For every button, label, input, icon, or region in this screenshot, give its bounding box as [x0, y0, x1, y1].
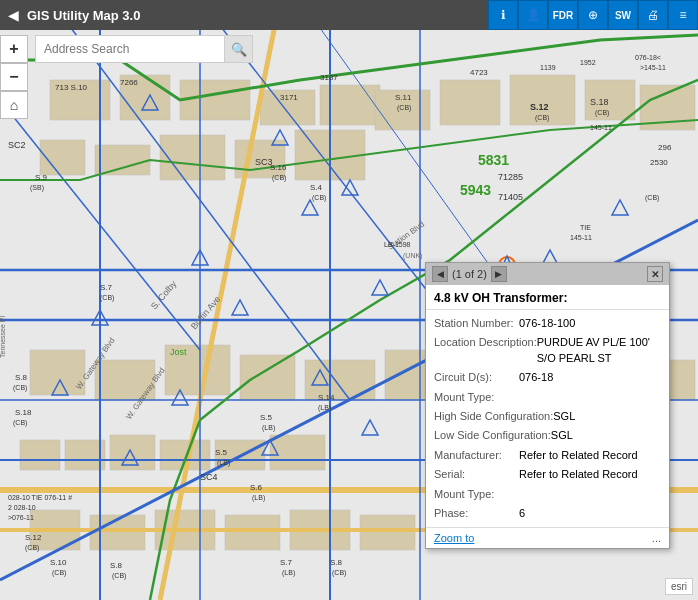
- popup-value-phase: 6: [519, 506, 661, 521]
- svg-rect-19: [240, 355, 295, 400]
- svg-text:S.8: S.8: [110, 561, 123, 570]
- popup-footer: Zoom to ...: [426, 527, 669, 548]
- svg-text:3171: 3171: [280, 93, 298, 102]
- popup-prev-button[interactable]: ◀: [432, 266, 448, 282]
- svg-text:LB-1598: LB-1598: [384, 241, 411, 248]
- svg-text:S.11: S.11: [395, 93, 412, 102]
- svg-text:S.7: S.7: [280, 558, 293, 567]
- popup-field-circuit: Circuit D(s): 076-18: [434, 368, 661, 387]
- sw-button[interactable]: SW: [608, 0, 638, 30]
- svg-text:1952: 1952: [580, 59, 596, 66]
- info-icon: ℹ: [501, 8, 506, 22]
- popup-label-mounttype1: Mount Type:: [434, 390, 519, 405]
- svg-text:71405: 71405: [498, 192, 523, 202]
- svg-text:145-11: 145-11: [570, 234, 592, 241]
- svg-text:2530: 2530: [650, 158, 668, 167]
- svg-text:(UNK): (UNK): [403, 252, 422, 260]
- svg-text:S.10: S.10: [50, 558, 67, 567]
- svg-text:>145-11: >145-11: [640, 64, 666, 71]
- app-container: 713 S.10 7266 3171 3187 4723 1139 1952 0…: [0, 0, 698, 600]
- svg-text:1139: 1139: [540, 64, 556, 71]
- layers-button[interactable]: ≡: [668, 0, 698, 30]
- back-button[interactable]: ◀: [0, 7, 27, 23]
- svg-text:3187: 3187: [320, 73, 338, 82]
- popup-value-mounttype2: [519, 487, 661, 502]
- svg-text:Jost: Jost: [170, 347, 187, 357]
- home-button[interactable]: ⌂: [0, 91, 28, 119]
- popup-value-location: PURDUE AV PL/E 100' S/O PEARL ST: [537, 335, 661, 366]
- popup-label-serial: Serial:: [434, 467, 519, 482]
- svg-text:S.12: S.12: [25, 533, 42, 542]
- popup-nav: ◀ (1 of 2) ▶: [432, 266, 507, 282]
- popup-label-station: Station Number:: [434, 316, 519, 331]
- popup-next-button[interactable]: ▶: [491, 266, 507, 282]
- svg-text:5831: 5831: [478, 152, 509, 168]
- popup-label-phase: Phase:: [434, 506, 519, 521]
- svg-text:2 028-10: 2 028-10: [8, 504, 36, 511]
- svg-text:71285: 71285: [498, 172, 523, 182]
- popup-field-mounttype1: Mount Type:: [434, 388, 661, 407]
- svg-rect-3: [180, 80, 250, 120]
- popup-page-indicator: (1 of 2): [452, 268, 487, 280]
- magnify-icon: ⊕: [588, 8, 598, 22]
- svg-text:(LB): (LB): [318, 404, 331, 412]
- svg-text:(SB): (SB): [30, 184, 44, 192]
- fdr-button[interactable]: FDR: [548, 0, 578, 30]
- popup-value-mounttype1: [519, 390, 661, 405]
- svg-text:(CB): (CB): [13, 419, 27, 427]
- svg-text:145-11: 145-11: [590, 124, 612, 131]
- popup-field-manufacturer: Manufacturer: Refer to Related Record: [434, 446, 661, 465]
- svg-text:(CB): (CB): [52, 569, 66, 577]
- search-button[interactable]: 🔍: [225, 35, 253, 63]
- svg-text:5943: 5943: [460, 182, 491, 198]
- magnify-button[interactable]: ⊕: [578, 0, 608, 30]
- svg-text:(LB): (LB): [217, 459, 230, 467]
- popup-label-location: Location Description:: [434, 335, 537, 366]
- svg-text:SC3: SC3: [255, 157, 273, 167]
- zoom-in-button[interactable]: +: [0, 35, 28, 63]
- zoom-out-button[interactable]: −: [0, 63, 28, 91]
- zoom-to-link[interactable]: Zoom to: [434, 532, 474, 544]
- svg-text:(CB): (CB): [13, 384, 27, 392]
- svg-text:S.8: S.8: [330, 558, 343, 567]
- popup-label-highside: High Side Configuration:: [434, 409, 553, 424]
- svg-text:(CB): (CB): [332, 569, 346, 577]
- popup-field-highside: High Side Configuration: SGL: [434, 407, 661, 426]
- more-button[interactable]: ...: [652, 532, 661, 544]
- popup-field-mounttype2: Mount Type:: [434, 485, 661, 504]
- svg-text:S.14: S.14: [318, 393, 335, 402]
- svg-text:028-10 TIE 076-11 #: 028-10 TIE 076-11 #: [8, 494, 72, 501]
- svg-text:S.7: S.7: [100, 283, 113, 292]
- person-button[interactable]: 👤: [518, 0, 548, 30]
- svg-text:>076-11: >076-11: [8, 514, 34, 521]
- svg-text:(CB): (CB): [535, 114, 549, 122]
- svg-text:TIE: TIE: [580, 224, 591, 231]
- svg-text:S.5: S.5: [215, 448, 228, 457]
- svg-text:SC4: SC4: [200, 472, 218, 482]
- popup-value-lowside: SGL: [551, 428, 661, 443]
- info-button[interactable]: ℹ: [488, 0, 518, 30]
- search-input[interactable]: [35, 35, 225, 63]
- svg-text:076-18<: 076-18<: [635, 54, 661, 61]
- esri-logo: esri: [665, 578, 693, 595]
- svg-text:(CB): (CB): [112, 572, 126, 580]
- popup-value-serial: Refer to Related Record: [519, 467, 661, 482]
- info-popup: ◀ (1 of 2) ▶ ✕ 4.8 kV OH Transformer: St…: [425, 262, 670, 549]
- popup-close-button[interactable]: ✕: [647, 266, 663, 282]
- popup-label-manufacturer: Manufacturer:: [434, 448, 519, 463]
- svg-text:S.9: S.9: [35, 173, 48, 182]
- svg-rect-33: [360, 515, 415, 550]
- popup-content: Station Number: 076-18-100 Location Desc…: [426, 310, 669, 527]
- popup-value-highside: SGL: [553, 409, 661, 424]
- svg-text:(CB): (CB): [595, 109, 609, 117]
- popup-label-lowside: Low Side Configuration:: [434, 428, 551, 443]
- popup-value-manufacturer: Refer to Related Record: [519, 448, 661, 463]
- svg-text:S.5: S.5: [260, 413, 273, 422]
- svg-text:S.16: S.16: [270, 163, 287, 172]
- popup-label-circuit: Circuit D(s):: [434, 370, 519, 385]
- svg-text:296: 296: [658, 143, 672, 152]
- print-button[interactable]: 🖨: [638, 0, 668, 30]
- svg-rect-31: [225, 515, 280, 550]
- svg-text:S.8: S.8: [15, 373, 28, 382]
- svg-rect-8: [160, 135, 225, 180]
